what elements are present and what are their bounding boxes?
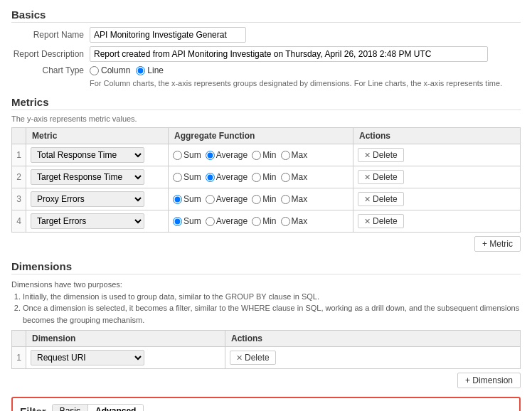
filter-tab-basic[interactable]: Basic [53, 405, 88, 411]
agg-radio-sum[interactable] [173, 151, 182, 160]
metrics-table-row: 3 Proxy Errors Sum Average Min Max ✕ Del… [12, 188, 521, 210]
agg-radio-average[interactable] [206, 151, 215, 160]
add-metric-button[interactable]: + Metric [474, 236, 521, 252]
delete-metric-button[interactable]: ✕ Delete [358, 170, 404, 184]
chart-type-line-radio[interactable] [136, 66, 145, 75]
actions-cell: ✕ Delete [353, 210, 521, 233]
agg-radio-max[interactable] [281, 217, 290, 226]
dimensions-desc: Dimensions have two purposes: Initially,… [11, 279, 521, 326]
filter-section: Filter Basic Advanced Filter String [11, 397, 521, 411]
dimension-cell: Request URI [26, 347, 225, 369]
metrics-desc: The y-axis represents metric values. [11, 114, 521, 123]
chart-type-column-label[interactable]: Column [90, 65, 130, 75]
agg-cell: Sum Average Min Max [169, 166, 353, 188]
report-description-label: Report Description [11, 49, 90, 59]
agg-radio-max-label[interactable]: Max [281, 194, 308, 204]
metric-cell: Proxy Errors [26, 188, 169, 210]
agg-radio-max-label[interactable]: Max [281, 216, 308, 226]
report-name-input[interactable] [90, 27, 246, 43]
agg-radio-sum-label[interactable]: Sum [173, 194, 201, 204]
row-num: 4 [12, 210, 26, 233]
x-icon: ✕ [236, 353, 243, 363]
metric-select[interactable]: Target Errors [31, 213, 144, 229]
actions-cell: ✕ Delete [353, 144, 521, 166]
chart-type-line-label[interactable]: Line [136, 65, 164, 75]
agg-cell: Sum Average Min Max [169, 188, 353, 210]
metrics-col-metric: Metric [26, 128, 169, 144]
agg-radios: Sum Average Min Max [173, 194, 349, 204]
report-description-input[interactable] [90, 46, 488, 62]
agg-cell: Sum Average Min Max [169, 210, 353, 233]
chart-type-label: Chart Type [11, 65, 90, 75]
metric-select[interactable]: Total Response Time [31, 147, 144, 163]
agg-radio-sum-label[interactable]: Sum [173, 216, 201, 226]
agg-radio-min[interactable] [252, 151, 261, 160]
metric-cell: Target Errors [26, 210, 169, 233]
agg-radio-average[interactable] [206, 195, 215, 204]
agg-radio-sum-label[interactable]: Sum [173, 172, 201, 182]
agg-radio-average-label[interactable]: Average [206, 194, 248, 204]
agg-radio-max[interactable] [281, 195, 290, 204]
chart-type-hint: For Column charts, the x-axis represents… [90, 79, 521, 87]
agg-radio-min[interactable] [252, 173, 261, 182]
x-icon: ✕ [364, 151, 371, 160]
agg-radio-max[interactable] [281, 151, 290, 160]
delete-metric-button[interactable]: ✕ Delete [358, 192, 404, 206]
dimension-select[interactable]: Request URI [31, 350, 144, 365]
delete-metric-button[interactable]: ✕ Delete [358, 214, 404, 228]
agg-radio-min-label[interactable]: Min [252, 194, 276, 204]
dimensions-table: Dimension Actions 1 Request URI ✕ Delete [11, 330, 521, 369]
dimensions-desc-item2: Once a dimension is selected, it becomes… [23, 302, 521, 326]
metrics-section-title: Metrics [11, 96, 521, 110]
agg-radio-average-label[interactable]: Average [206, 216, 248, 226]
row-num: 1 [12, 144, 26, 166]
metrics-table-row: 4 Target Errors Sum Average Min Max ✕ De… [12, 210, 521, 233]
actions-cell: ✕ Delete [353, 166, 521, 188]
agg-radio-min-label[interactable]: Min [252, 216, 276, 226]
dimensions-col-dimension: Dimension [26, 331, 225, 347]
agg-radio-max-label[interactable]: Max [281, 150, 308, 160]
agg-radio-sum-label[interactable]: Sum [173, 150, 201, 160]
agg-radios: Sum Average Min Max [173, 172, 349, 182]
chart-type-column-radio[interactable] [90, 66, 99, 75]
delete-metric-button[interactable]: ✕ Delete [358, 148, 404, 162]
dimensions-desc-item1: Initially, the dimension is used to grou… [23, 291, 521, 303]
row-num: 2 [12, 166, 26, 188]
agg-radio-min-label[interactable]: Min [252, 172, 276, 182]
agg-radio-sum[interactable] [173, 173, 182, 182]
agg-radio-average-label[interactable]: Average [206, 150, 248, 160]
basics-section-title: Basics [11, 9, 521, 23]
agg-radio-sum[interactable] [173, 217, 182, 226]
metrics-table: Metric Aggregate Function Actions 1 Tota… [11, 127, 521, 233]
agg-radio-average-label[interactable]: Average [206, 172, 248, 182]
dim-row-num: 1 [12, 347, 26, 369]
agg-radio-sum[interactable] [173, 195, 182, 204]
agg-radio-max-label[interactable]: Max [281, 172, 308, 182]
x-icon: ✕ [364, 195, 371, 204]
report-name-label: Report Name [11, 30, 90, 40]
filter-tab-group: Basic Advanced [52, 404, 144, 411]
metrics-col-aggregate: Aggregate Function [169, 128, 353, 144]
add-dimension-button[interactable]: + Dimension [457, 373, 521, 388]
agg-radio-min[interactable] [252, 195, 261, 204]
x-icon: ✕ [364, 173, 371, 182]
metrics-table-row: 1 Total Response Time Sum Average Min Ma… [12, 144, 521, 166]
metric-select[interactable]: Target Response Time [31, 169, 144, 185]
dim-actions-cell: ✕ Delete [225, 347, 521, 369]
agg-cell: Sum Average Min Max [169, 144, 353, 166]
x-icon: ✕ [364, 217, 371, 226]
dimensions-section-title: Dimensions [11, 260, 521, 274]
agg-radio-average[interactable] [206, 217, 215, 226]
metric-select[interactable]: Proxy Errors [31, 191, 144, 207]
agg-radio-max[interactable] [281, 173, 290, 182]
agg-radio-average[interactable] [206, 173, 215, 182]
agg-radios: Sum Average Min Max [173, 216, 349, 226]
metrics-table-row: 2 Target Response Time Sum Average Min M… [12, 166, 521, 188]
dimensions-col-num [12, 331, 26, 347]
agg-radio-min[interactable] [252, 217, 261, 226]
metrics-col-num [12, 128, 26, 144]
filter-section-title: Filter [20, 405, 46, 412]
agg-radio-min-label[interactable]: Min [252, 150, 276, 160]
filter-tab-advanced[interactable]: Advanced [88, 405, 143, 411]
delete-dimension-button[interactable]: ✕ Delete [230, 351, 276, 365]
